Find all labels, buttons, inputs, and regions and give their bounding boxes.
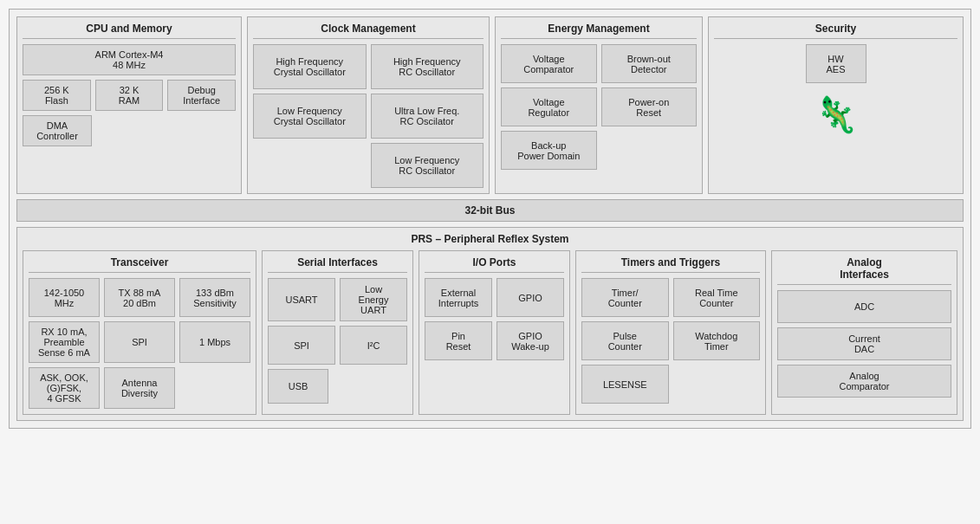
cpu-arm: ARM Cortex-M4 48 MHz (23, 44, 236, 75)
prs-section: PRS – Peripheral Reflex System Transceiv… (16, 227, 964, 421)
energy-power-on: Power-on Reset (601, 87, 698, 126)
cpu-inner: ARM Cortex-M4 48 MHz 256 K Flash 32 K RA… (23, 44, 236, 146)
clock-title: Clock Management (253, 23, 484, 39)
cpu-debug: Debug Interface (167, 80, 236, 111)
trans-sensitivity: 133 dBm Sensitivity (179, 278, 250, 317)
timers-section: Timers and Triggers Timer/ Counter Real … (575, 250, 766, 415)
energy-brownout: Brown-out Detector (601, 44, 698, 83)
energy-grid: Voltage Comparator Brown-out Detector Vo… (501, 44, 697, 170)
timers-grid: Timer/ Counter Real Time Counter Pulse C… (581, 278, 760, 404)
io-title: I/O Ports (425, 256, 564, 273)
cpu-title: CPU and Memory (23, 23, 236, 39)
serial-usb: USB (268, 369, 328, 404)
serial-usart: USART (268, 278, 335, 321)
security-section: Security HW AES 🦎 (708, 16, 964, 194)
trans-spi: SPI (104, 321, 175, 363)
serial-title: Serial Interfaces (268, 256, 407, 273)
analog-dac: Current DAC (777, 327, 951, 360)
energy-section: Energy Management Voltage Comparator Bro… (495, 16, 703, 194)
timer-rtc: Real Time Counter (673, 278, 761, 317)
main-container: CPU and Memory ARM Cortex-M4 48 MHz 256 … (9, 9, 971, 429)
clock-lf-rc: Low Frequency RC Oscillator (371, 143, 484, 188)
transceiver-section: Transceiver 142-1050 MHz TX 88 mA 20 dBm… (23, 250, 256, 415)
io-gpio-wakeup: GPIO Wake-up (496, 321, 564, 360)
timers-title: Timers and Triggers (581, 256, 760, 273)
analog-comparator: Analog Comparator (777, 365, 951, 398)
gecko-logo: 🦎 (815, 94, 858, 135)
analog-inner: ADC Current DAC Analog Comparator (777, 290, 951, 398)
security-inner: HW AES 🦎 (714, 44, 957, 135)
timer-pulse: Pulse Counter (581, 321, 669, 360)
trans-modulation: ASK, OOK, (G)FSK, 4 GFSK (29, 367, 100, 409)
clock-lf-crystal: Low Frequency Crystal Oscillator (253, 94, 367, 139)
energy-backup: Back-up Power Domain (501, 131, 597, 170)
trans-antenna: Antenna Diversity (104, 367, 175, 409)
analog-section: Analog Interfaces ADC Current DAC Analog… (771, 250, 957, 415)
cpu-ram: 32 K RAM (95, 80, 164, 111)
timer-watchdog: Watchdog Timer (673, 321, 761, 360)
serial-section: Serial Interfaces USART Low Energy UART … (262, 250, 413, 415)
clock-ultra-lf-rc: Ultra Low Freq. RC Oscilator (371, 94, 484, 139)
timer-counter: Timer/ Counter (581, 278, 669, 317)
trans-freq: 142-1050 MHz (29, 278, 100, 317)
io-section: I/O Ports External Interrupts GPIO Pin R… (419, 250, 570, 415)
timer-lesense: LESENSE (581, 365, 669, 404)
transceiver-title: Transceiver (29, 256, 250, 273)
bus-label: 32-bit Bus (464, 204, 515, 217)
serial-row-2: SPI I²C (268, 326, 407, 365)
serial-spi: SPI (268, 326, 335, 365)
cpu-mem-row: 256 K Flash 32 K RAM Debug Interface (23, 80, 236, 111)
transceiver-grid: 142-1050 MHz TX 88 mA 20 dBm 133 dBm Sen… (29, 278, 250, 409)
trans-mbps: 1 Mbps (179, 321, 250, 363)
clock-section: Clock Management High Frequency Crystal … (247, 16, 490, 194)
analog-adc: ADC (777, 290, 951, 323)
clock-grid: High Frequency Crystal Oscillator High F… (253, 44, 484, 188)
serial-row-1: USART Low Energy UART (268, 278, 407, 321)
cpu-dma: DMA Controller (23, 115, 92, 146)
energy-voltage-comp: Voltage Comparator (501, 44, 597, 83)
energy-voltage-reg: Voltage Regulator (501, 87, 597, 126)
cpu-section: CPU and Memory ARM Cortex-M4 48 MHz 256 … (16, 16, 242, 194)
clock-hf-rc: High Frequency RC Oscillator (371, 44, 484, 89)
bus-row: 32-bit Bus (16, 199, 964, 222)
io-gpio: GPIO (496, 278, 564, 317)
energy-title: Energy Management (501, 23, 697, 39)
serial-inner: USART Low Energy UART SPI I²C USB (268, 278, 407, 404)
security-hw-aes: HW AES (806, 44, 866, 83)
security-title: Security (714, 23, 957, 39)
clock-hf-crystal: High Frequency Crystal Oscillator (253, 44, 367, 89)
trans-rx: RX 10 mA, Preamble Sense 6 mA (29, 321, 100, 363)
prs-title: PRS – Peripheral Reflex System (23, 233, 957, 245)
trans-tx: TX 88 mA 20 dBm (104, 278, 175, 317)
serial-low-energy: Low Energy UART (340, 278, 407, 321)
io-ext-int: External Interrupts (425, 278, 492, 317)
io-pin-reset: Pin Reset (425, 321, 492, 360)
top-row: CPU and Memory ARM Cortex-M4 48 MHz 256 … (16, 16, 964, 194)
cpu-flash: 256 K Flash (23, 80, 91, 111)
prs-row: Transceiver 142-1050 MHz TX 88 mA 20 dBm… (23, 250, 957, 415)
analog-title: Analog Interfaces (777, 256, 951, 285)
io-grid: External Interrupts GPIO Pin Reset GPIO … (425, 278, 564, 360)
serial-i2c: I²C (340, 326, 407, 365)
